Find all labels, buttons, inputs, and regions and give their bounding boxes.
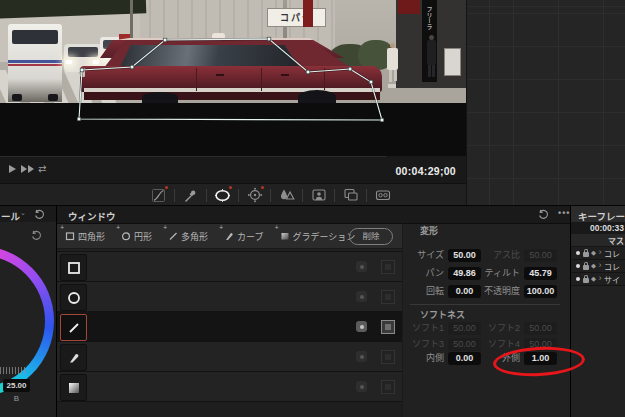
keyframe-timeline-grid[interactable] bbox=[466, 0, 625, 205]
keyframe-track-row[interactable]: ◆ › サイ bbox=[571, 273, 625, 286]
gradient-icon bbox=[280, 231, 290, 241]
add-curve-button[interactable]: カーブ bbox=[221, 230, 263, 243]
key-icon[interactable] bbox=[310, 187, 327, 204]
opacity-field[interactable]: 100.00 bbox=[524, 285, 557, 298]
sizing-icon[interactable] bbox=[342, 187, 359, 204]
gradient-shape-icon bbox=[67, 381, 81, 395]
step-forward-icon-2[interactable] bbox=[28, 165, 34, 173]
add-gradient-button[interactable]: グラデーション bbox=[277, 230, 356, 243]
step-forward-icon[interactable] bbox=[21, 165, 27, 173]
pen-shape-button[interactable] bbox=[60, 344, 87, 371]
add-rectangle-button[interactable]: 四角形 bbox=[62, 230, 105, 243]
tilt-field[interactable]: 45.79 bbox=[524, 267, 557, 280]
lock-icon[interactable] bbox=[583, 265, 589, 270]
track-label: コレ bbox=[604, 261, 620, 272]
field-label: ソフト1 bbox=[396, 322, 444, 335]
viewer-timecode[interactable]: 00:04:29;00 bbox=[395, 165, 456, 177]
window-row-circle[interactable] bbox=[57, 282, 402, 311]
add-circle-button[interactable]: 円形 bbox=[118, 230, 152, 243]
section-divider bbox=[410, 304, 560, 305]
soft2-field: 50.00 bbox=[524, 322, 557, 335]
transform-title: 変形 bbox=[420, 224, 438, 237]
delete-button[interactable]: 削除 bbox=[349, 228, 393, 245]
window-enable-toggle[interactable] bbox=[356, 351, 367, 362]
scrubber-line[interactable] bbox=[0, 156, 386, 157]
keyframe-diamond-icon[interactable]: ◆ bbox=[591, 263, 596, 269]
window-enable-toggle[interactable] bbox=[356, 381, 367, 392]
chevron-right-icon[interactable]: › bbox=[599, 261, 602, 269]
chevron-down-icon[interactable]: ⌄ bbox=[20, 209, 26, 217]
window-list-footer bbox=[57, 402, 402, 417]
aspect-field: 50.00 bbox=[524, 249, 557, 262]
toolbar-divider bbox=[174, 189, 175, 202]
gradient-shape-button[interactable] bbox=[60, 374, 87, 401]
lock-icon[interactable] bbox=[583, 278, 589, 283]
power-window-icon[interactable] bbox=[214, 187, 231, 204]
options-menu-icon[interactable]: ••• bbox=[558, 208, 570, 218]
field-label: アス比 bbox=[472, 249, 520, 262]
chevron-right-icon[interactable]: › bbox=[599, 248, 602, 256]
window-panel-title: ウィンドウ bbox=[68, 209, 116, 223]
track-enable-icon[interactable] bbox=[576, 277, 580, 281]
track-label: サイ bbox=[604, 274, 620, 285]
reset-icon[interactable] bbox=[538, 209, 549, 220]
keyframe-diamond-icon[interactable]: ◆ bbox=[591, 276, 596, 282]
play-icon[interactable] bbox=[9, 165, 16, 173]
power-window-overlay bbox=[0, 0, 466, 156]
viewer: コパヤ フリーラ bbox=[0, 0, 466, 156]
window-row-gradient[interactable] bbox=[57, 372, 402, 401]
reset-icon[interactable] bbox=[31, 230, 42, 241]
power-window-outline[interactable] bbox=[79, 39, 382, 120]
window-row-curve-selected[interactable] bbox=[57, 312, 402, 341]
polygon-icon bbox=[168, 231, 178, 241]
keyframe-master-row[interactable]: マス bbox=[571, 234, 625, 247]
stereo-3d-icon[interactable] bbox=[374, 187, 391, 204]
custom-curves-icon[interactable] bbox=[150, 187, 167, 204]
track-enable-icon[interactable] bbox=[576, 264, 580, 268]
window-row-pen[interactable] bbox=[57, 342, 402, 371]
color-wheel-panel: 25.00 B bbox=[0, 222, 56, 417]
keyframe-track-row[interactable]: ◆ › コレ bbox=[571, 260, 625, 273]
field-label: ソフト4 bbox=[472, 338, 520, 351]
loop-icon[interactable]: ⇄ bbox=[38, 163, 46, 174]
window-matte-toggle[interactable] bbox=[381, 380, 395, 394]
resolve-color-page: コパヤ フリーラ bbox=[0, 0, 625, 417]
window-enable-toggle[interactable] bbox=[356, 321, 367, 332]
power-window-handles[interactable] bbox=[77, 37, 384, 122]
qualifier-picker-icon[interactable] bbox=[182, 187, 199, 204]
circle-shape-icon bbox=[67, 291, 81, 305]
lock-icon[interactable] bbox=[583, 252, 589, 257]
wheel-slider[interactable] bbox=[0, 367, 26, 374]
tracker-icon[interactable] bbox=[246, 187, 263, 204]
blur-icon[interactable] bbox=[278, 187, 295, 204]
field-label: 回転 bbox=[396, 285, 444, 298]
window-matte-toggle[interactable] bbox=[381, 290, 395, 304]
wheel-value-field[interactable]: 25.00 bbox=[3, 379, 30, 392]
window-matte-toggle[interactable] bbox=[381, 350, 395, 364]
keyframe-diamond-icon[interactable]: ◆ bbox=[591, 250, 596, 256]
square-shape-icon bbox=[67, 261, 81, 275]
circle-shape-button[interactable] bbox=[60, 284, 87, 311]
reset-icon[interactable] bbox=[34, 209, 45, 220]
softness-title: ソフトネス bbox=[420, 308, 465, 321]
transport-bar: ⇄ 00:04:29;00 bbox=[0, 156, 466, 183]
line-shape-button[interactable] bbox=[60, 314, 87, 341]
track-enable-icon[interactable] bbox=[576, 251, 580, 255]
window-enable-toggle[interactable] bbox=[356, 261, 367, 272]
window-enable-toggle[interactable] bbox=[356, 291, 367, 302]
field-label: サイズ bbox=[396, 249, 444, 262]
keyframe-panel-title: キーフレーム bbox=[578, 209, 625, 223]
chevron-right-icon[interactable]: › bbox=[599, 274, 602, 282]
window-matte-toggle[interactable] bbox=[381, 260, 395, 274]
window-matte-toggle[interactable] bbox=[381, 320, 395, 334]
rectangle-shape-button[interactable] bbox=[60, 254, 87, 281]
left-panel-title: ール bbox=[1, 209, 20, 223]
pen-icon bbox=[224, 231, 234, 241]
pen-shape-icon bbox=[67, 351, 81, 365]
keyframe-timecode: 00:00:33 bbox=[590, 223, 624, 233]
window-row-rectangle[interactable] bbox=[57, 252, 402, 281]
add-polygon-button[interactable]: 多角形 bbox=[165, 230, 208, 243]
window-panel-header: ウィンドウ ••• bbox=[57, 205, 570, 224]
circle-icon bbox=[121, 231, 131, 241]
keyframe-track-row[interactable]: ◆ › コレ bbox=[571, 247, 625, 260]
